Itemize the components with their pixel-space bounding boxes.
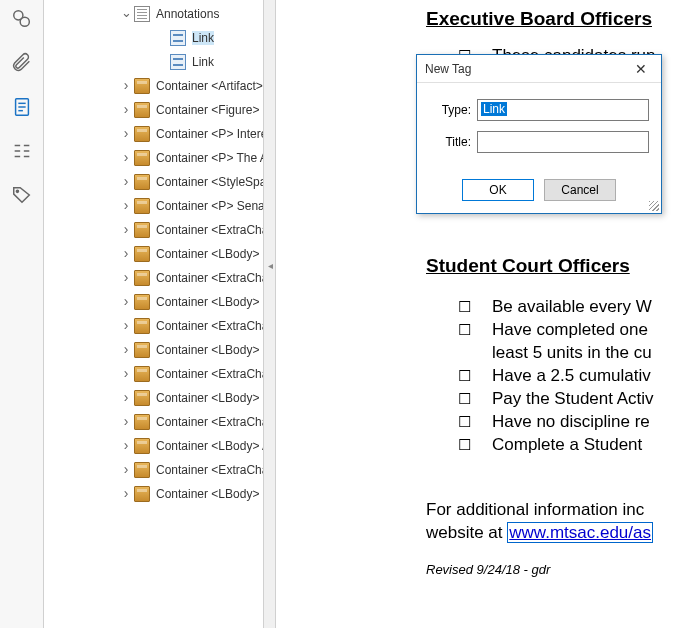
- chevron-right-icon[interactable]: [120, 440, 132, 452]
- tree-item-label: Container <Figure> Image: [156, 103, 263, 117]
- tree-container[interactable]: Container <LBody> Pay t: [44, 386, 263, 410]
- chevron-right-icon[interactable]: [120, 368, 132, 380]
- tree-item-label: Container <ExtraCharSpan>: [156, 415, 263, 429]
- tree-annotations[interactable]: Annotations: [44, 2, 263, 26]
- chevron-right-icon[interactable]: [120, 200, 132, 212]
- chevron-right-icon[interactable]: [120, 80, 132, 92]
- tree-item-label: Container <ExtraCharSpan>: [156, 271, 263, 285]
- tree-item-label: Container <StyleSpan> G: [156, 175, 263, 189]
- chevron-none-icon: [156, 32, 168, 44]
- chevron-right-icon[interactable]: [120, 104, 132, 116]
- tree-item-label: Container <ExtraCharSpan>: [156, 367, 263, 381]
- chevron-right-icon[interactable]: [120, 248, 132, 260]
- doc-hyperlink[interactable]: www.mtsac.edu/as: [507, 522, 653, 543]
- tree-container[interactable]: Container <ExtraCharSpan>: [44, 362, 263, 386]
- tree-item-label: Container <LBody> Have: [156, 343, 263, 357]
- chevron-right-icon[interactable]: [120, 416, 132, 428]
- chevron-right-icon[interactable]: [120, 488, 132, 500]
- container-icon: [134, 174, 150, 190]
- tree-item-label: Link: [192, 55, 214, 69]
- title-input[interactable]: [477, 131, 649, 153]
- checklist-text: Pay the Student Activ: [492, 387, 654, 410]
- tree-container[interactable]: Container <ExtraCharSpan>: [44, 266, 263, 290]
- chevron-right-icon[interactable]: [120, 464, 132, 476]
- tree-item-label: Annotations: [156, 7, 219, 21]
- tree-container[interactable]: Container <StyleSpan> G: [44, 170, 263, 194]
- cancel-button[interactable]: Cancel: [544, 179, 616, 201]
- chevron-right-icon[interactable]: [120, 152, 132, 164]
- container-icon: [134, 462, 150, 478]
- tree-item-label: Container <ExtraCharSpan>: [156, 223, 263, 237]
- dialog-titlebar[interactable]: New Tag ✕: [417, 55, 661, 83]
- checkbox-icon: ☐: [458, 318, 492, 341]
- checklist-item: ☐Be available every W: [458, 295, 676, 318]
- doc-heading: Executive Board Officers: [426, 8, 676, 30]
- attachments-icon[interactable]: [9, 50, 35, 76]
- container-icon: [134, 342, 150, 358]
- chevron-right-icon[interactable]: [120, 344, 132, 356]
- tags-panel-icon[interactable]: [9, 94, 35, 120]
- type-select[interactable]: [477, 99, 649, 121]
- tree-container[interactable]: Container <Artifact> Path: [44, 74, 263, 98]
- checklist-text: least 5 units in the cu: [492, 341, 652, 364]
- chevron-right-icon[interactable]: [120, 320, 132, 332]
- ok-button[interactable]: OK: [462, 179, 534, 201]
- tree-container[interactable]: Container <LBody> Have: [44, 290, 263, 314]
- tree-container[interactable]: Container <ExtraCharSpan>: [44, 314, 263, 338]
- collapse-panel-button[interactable]: ◂: [266, 258, 274, 272]
- tree-link[interactable]: Link: [44, 50, 263, 74]
- tree-item-label: Container <P> The Assoc: [156, 151, 263, 165]
- chevron-right-icon[interactable]: [120, 392, 132, 404]
- doc-footer: Revised 9/24/18 - gdr: [426, 562, 676, 577]
- tree-container[interactable]: Container <LBody> Perfo: [44, 482, 263, 506]
- container-icon: [134, 414, 150, 430]
- doc-checklist: ☐Be available every W☐Have completed one…: [458, 295, 676, 456]
- tree-container[interactable]: Container <LBody> Have: [44, 338, 263, 362]
- container-icon: [134, 102, 150, 118]
- checklist-item: ☐Complete a Student: [458, 433, 676, 456]
- tags-tree-panel: AnnotationsLinkLinkContainer <Artifact> …: [44, 0, 264, 628]
- tree-item-label: Container <ExtraCharSpan>: [156, 319, 263, 333]
- tree-container[interactable]: Container <ExtraCharSpan>: [44, 458, 263, 482]
- tree-container[interactable]: Container <LBody> Must: [44, 242, 263, 266]
- container-icon: [134, 198, 150, 214]
- container-icon: [134, 150, 150, 166]
- checkbox-icon: ☐: [458, 387, 492, 410]
- doc-paragraph: For additional information inc website a…: [426, 498, 676, 544]
- tree-item-label: Container <LBody> Pay t: [156, 391, 263, 405]
- container-icon: [134, 390, 150, 406]
- checkbox-icon: ☐: [458, 295, 492, 318]
- tree-item-label: Container <LBody> Perfo: [156, 487, 263, 501]
- panel-divider[interactable]: ◂: [264, 0, 276, 628]
- chevron-down-icon[interactable]: [120, 8, 132, 20]
- thumbnails-icon[interactable]: [9, 6, 35, 32]
- tree-container[interactable]: Container <ExtraCharSpan>: [44, 218, 263, 242]
- tree-container[interactable]: Container <LBody> Atten: [44, 434, 263, 458]
- checkbox-icon: ☐: [458, 433, 492, 456]
- tree-item-label: Container <LBody> Have: [156, 295, 263, 309]
- container-icon: [134, 222, 150, 238]
- close-icon[interactable]: ✕: [629, 59, 653, 79]
- checkbox-icon: ☐: [458, 410, 492, 433]
- link-node-icon: [170, 54, 186, 70]
- checklist-text: Have no discipline re: [492, 410, 650, 433]
- tree-container[interactable]: Container <P> Interested: [44, 122, 263, 146]
- tree-container[interactable]: Container <P> Senate Of: [44, 194, 263, 218]
- container-icon: [134, 294, 150, 310]
- chevron-right-icon[interactable]: [120, 128, 132, 140]
- chevron-right-icon[interactable]: [120, 176, 132, 188]
- chevron-right-icon[interactable]: [120, 296, 132, 308]
- tree-container[interactable]: Container <Figure> Image: [44, 98, 263, 122]
- container-icon: [134, 126, 150, 142]
- tree-link[interactable]: Link: [44, 26, 263, 50]
- chevron-right-icon[interactable]: [120, 224, 132, 236]
- tree-container[interactable]: Container <ExtraCharSpan>: [44, 410, 263, 434]
- type-label: Type:: [429, 103, 471, 117]
- tree-container[interactable]: Container <P> The Assoc: [44, 146, 263, 170]
- container-icon: [134, 486, 150, 502]
- checklist-text: Have completed one: [492, 318, 648, 341]
- resize-grip[interactable]: [649, 201, 659, 211]
- order-panel-icon[interactable]: [9, 138, 35, 164]
- chevron-right-icon[interactable]: [120, 272, 132, 284]
- tag-icon[interactable]: [9, 182, 35, 208]
